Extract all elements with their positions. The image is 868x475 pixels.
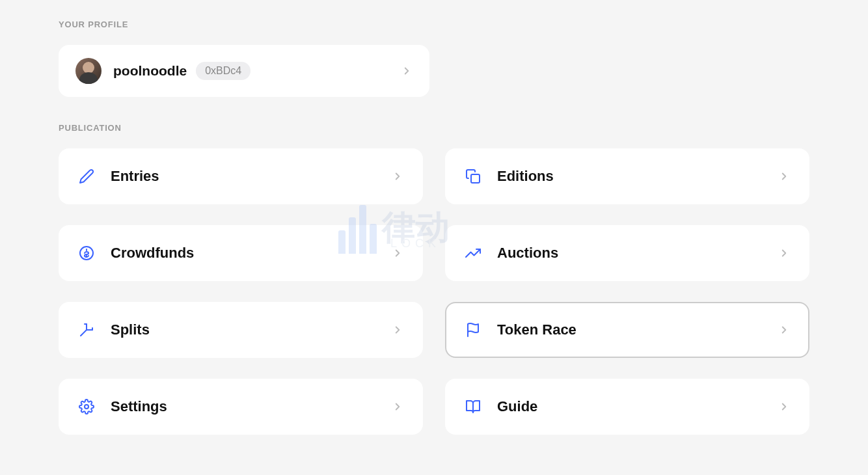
chevron-right-icon: [392, 324, 403, 336]
pencil-icon: [78, 168, 95, 185]
pub-label-splits: Splits: [111, 321, 150, 338]
pub-item-splits[interactable]: Splits: [59, 302, 423, 358]
chevron-right-icon: [778, 170, 790, 182]
gear-icon: [78, 398, 95, 415]
book-icon: [465, 398, 481, 415]
address-badge: 0xBDc4: [196, 62, 251, 80]
dashboard-container: YOUR PROFILE poolnoodle 0xBDc4 PUBLICATI…: [0, 0, 868, 475]
pub-item-editions[interactable]: Editions: [445, 148, 809, 204]
svg-rect-0: [471, 174, 480, 183]
pub-item-auctions[interactable]: Auctions: [445, 225, 809, 281]
pub-label-entries: Entries: [111, 168, 159, 185]
profile-card[interactable]: poolnoodle 0xBDc4: [59, 45, 429, 97]
pub-label-token-race: Token Race: [497, 321, 576, 338]
publication-grid: Entries Editions Crowdfunds: [59, 148, 809, 435]
copy-icon: [465, 168, 481, 185]
profile-username: poolnoodle: [113, 63, 187, 79]
pub-item-crowdfunds[interactable]: Crowdfunds: [59, 225, 423, 281]
profile-section-label: YOUR PROFILE: [59, 20, 809, 29]
chevron-right-icon: [778, 247, 790, 259]
svg-point-3: [85, 405, 88, 409]
chevron-right-icon: [392, 247, 403, 259]
pub-label-crowdfunds: Crowdfunds: [111, 245, 194, 262]
chevron-right-icon: [392, 170, 403, 182]
publication-section-label: PUBLICATION: [59, 123, 809, 133]
avatar: [75, 58, 102, 84]
pub-label-auctions: Auctions: [497, 245, 558, 262]
chevron-right-icon: [401, 65, 413, 77]
pub-item-guide[interactable]: Guide: [445, 379, 809, 435]
split-icon: [78, 321, 95, 338]
flag-icon: [465, 321, 481, 338]
pub-item-token-race[interactable]: Token Race: [445, 302, 809, 358]
pub-label-guide: Guide: [497, 398, 537, 415]
chevron-right-icon: [778, 401, 790, 413]
chevron-right-icon: [392, 401, 403, 413]
dollar-icon: [78, 245, 95, 262]
pub-label-settings: Settings: [111, 398, 167, 415]
pub-label-editions: Editions: [497, 168, 554, 185]
pub-item-settings[interactable]: Settings: [59, 379, 423, 435]
pub-item-entries[interactable]: Entries: [59, 148, 423, 204]
chevron-right-icon: [778, 324, 790, 336]
trend-icon: [465, 245, 481, 262]
